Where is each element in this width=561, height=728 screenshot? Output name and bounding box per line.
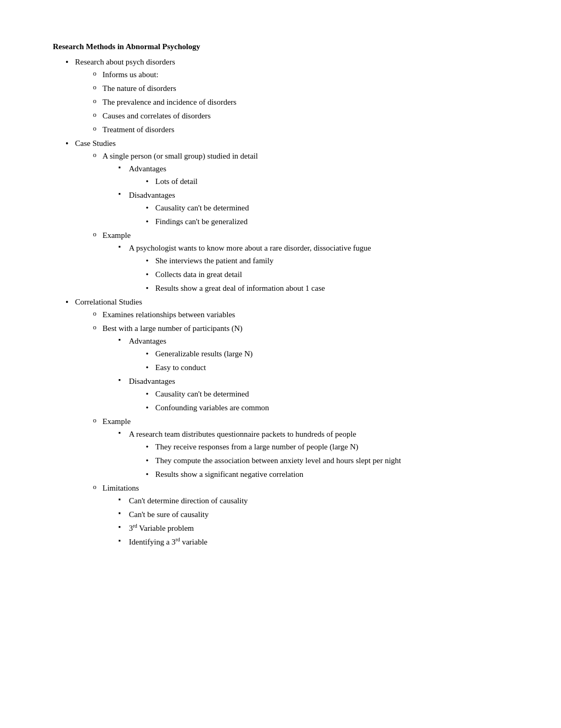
item-label: Disadvantages <box>129 377 175 385</box>
item-label: Example <box>102 231 130 239</box>
list-item: A single person (or small group) studied… <box>91 150 508 228</box>
list-item: Easy to conduct <box>144 361 508 374</box>
page-container: Research Methods in Abnormal Psychology … <box>53 42 508 548</box>
sub-list: Informs us about: The nature of disorder… <box>75 68 508 136</box>
sub-list: A single person (or small group) studied… <box>75 150 508 294</box>
list-item: Disadvantages Causality can't be determi… <box>117 375 508 414</box>
list-item: Identifying a 3rd variable <box>117 536 508 548</box>
item-label: They compute the association between anx… <box>155 456 401 465</box>
item-label: A single person (or small group) studied… <box>102 152 258 160</box>
item-label: Example <box>102 417 130 426</box>
list-item: Advantages Lots of detail <box>117 162 508 188</box>
item-label: Research about psych disorders <box>75 58 175 66</box>
sub-list: Causality can't be determined Confoundin… <box>129 388 508 414</box>
item-label: Correlational Studies <box>75 298 142 306</box>
list-item: Correlational Studies Examines relations… <box>63 296 508 548</box>
item-label: She interviews the patient and family <box>155 256 274 265</box>
item-label: Results show a great deal of information… <box>155 284 325 292</box>
sub-list: Advantages Generalizable results (large … <box>102 335 508 414</box>
list-item: Case Studies A single person (or small g… <box>63 137 508 294</box>
list-item: 3rd Variable problem <box>117 522 508 535</box>
list-item: Disadvantages Causality can't be determi… <box>117 189 508 228</box>
sub-list: Examines relationships between variables… <box>75 308 508 548</box>
list-item: Causality can't be determined <box>144 388 508 400</box>
list-item: Collects data in great detail <box>144 268 508 281</box>
item-label: Results show a significant negative corr… <box>155 470 303 478</box>
item-label: Examines relationships between variables <box>102 310 235 319</box>
list-item: Advantages Generalizable results (large … <box>117 335 508 374</box>
list-item: Generalizable results (large N) <box>144 347 508 360</box>
list-item: Causes and correlates of disorders <box>91 109 508 122</box>
list-item: The prevalence and incidence of disorder… <box>91 96 508 108</box>
list-item: Treatment of disorders <box>91 123 508 136</box>
sub-list: Generalizable results (large N) Easy to … <box>129 347 508 374</box>
page-title: Research Methods in Abnormal Psychology <box>53 42 508 51</box>
item-label: The nature of disorders <box>102 84 176 93</box>
item-label: They receive responses from a large numb… <box>155 443 358 451</box>
item-label: Causality can't be determined <box>155 390 249 398</box>
list-item: Confounding variables are common <box>144 401 508 414</box>
item-label: Causes and correlates of disorders <box>102 112 211 120</box>
item-label: 3rd Variable problem <box>129 524 194 532</box>
list-item: Example A research team distributes ques… <box>91 415 508 481</box>
item-label: Generalizable results (large N) <box>155 349 253 358</box>
list-item: Causality can't be determined <box>144 201 508 214</box>
list-item: They receive responses from a large numb… <box>144 440 508 453</box>
list-item: Results show a significant negative corr… <box>144 468 508 481</box>
item-label: Findings can't be generalized <box>155 217 248 226</box>
list-item: Examines relationships between variables <box>91 308 508 321</box>
list-item: Can't determine direction of causality <box>117 494 508 507</box>
list-item: Results show a great deal of information… <box>144 282 508 294</box>
sub-list: They receive responses from a large numb… <box>129 440 508 481</box>
list-item: Research about psych disorders Informs u… <box>63 56 508 136</box>
sub-list: Can't determine direction of causality C… <box>102 494 508 548</box>
list-item: She interviews the patient and family <box>144 254 508 267</box>
sub-list: Lots of detail <box>129 175 508 188</box>
superscript: rd <box>133 523 137 529</box>
item-label: A research team distributes questionnair… <box>129 430 356 438</box>
item-label: Advantages <box>129 337 166 345</box>
item-label: Lots of detail <box>155 177 198 186</box>
list-item: A research team distributes questionnair… <box>117 428 508 481</box>
sub-list: Advantages Lots of detail Disadvantages … <box>102 162 508 228</box>
item-label: Best with a large number of participants… <box>102 324 242 333</box>
item-label: Can't determine direction of causality <box>129 496 248 505</box>
list-item: The nature of disorders <box>91 82 508 95</box>
item-label: Easy to conduct <box>155 363 206 372</box>
item-label: Limitations <box>102 484 139 492</box>
item-label: Treatment of disorders <box>102 125 174 134</box>
item-label: Causality can't be determined <box>155 204 249 212</box>
item-label: The prevalence and incidence of disorder… <box>102 98 237 106</box>
item-label: Case Studies <box>75 139 116 148</box>
sub-list: A psychologist wants to know more about … <box>102 242 508 294</box>
sub-list: Causality can't be determined Findings c… <box>129 201 508 228</box>
item-label: Disadvantages <box>129 191 175 199</box>
sub-list: A research team distributes questionnair… <box>102 428 508 481</box>
item-label: Can't be sure of causality <box>129 510 209 519</box>
list-item: Lots of detail <box>144 175 508 188</box>
item-label: A psychologist wants to know more about … <box>129 244 371 252</box>
item-label: Confounding variables are common <box>155 403 269 412</box>
item-label: Advantages <box>129 164 166 173</box>
list-item: They compute the association between anx… <box>144 454 508 467</box>
item-label: Collects data in great detail <box>155 270 242 279</box>
sub-list: She interviews the patient and family Co… <box>129 254 508 294</box>
superscript: rd <box>175 537 180 542</box>
list-item: Limitations Can't determine direction of… <box>91 482 508 548</box>
list-item: Findings can't be generalized <box>144 215 508 228</box>
main-list: Research about psych disorders Informs u… <box>53 56 508 548</box>
item-label: Informs us about: <box>102 70 158 79</box>
list-item: Informs us about: <box>91 68 508 81</box>
list-item: Can't be sure of causality <box>117 508 508 521</box>
list-item: Best with a large number of participants… <box>91 322 508 414</box>
list-item: A psychologist wants to know more about … <box>117 242 508 294</box>
item-label: Identifying a 3rd variable <box>129 538 208 546</box>
list-item: Example A psychologist wants to know mor… <box>91 229 508 294</box>
